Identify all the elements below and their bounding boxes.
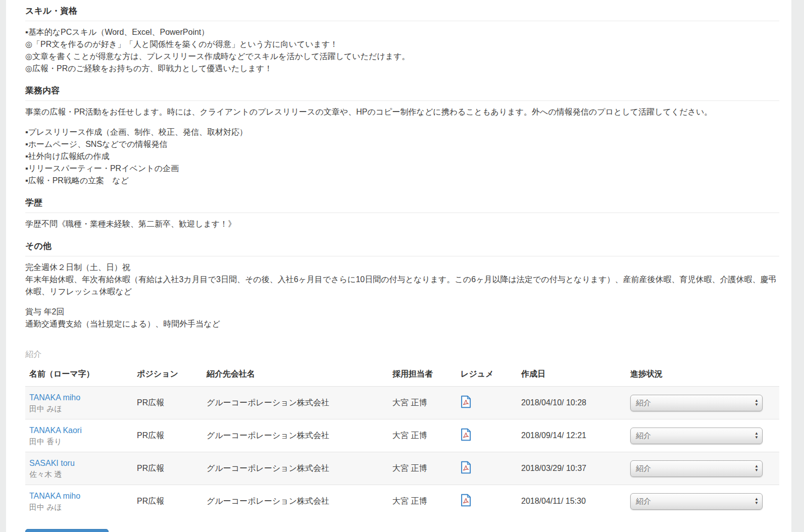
column-header-company: 紹介先会社名: [203, 363, 388, 387]
referrals-table-body: TANAKA miho 田中 みほ PR広報 グルーコーポレーション株式会社 大…: [25, 387, 779, 518]
created-date-cell: 2018/09/14/ 12:21: [517, 419, 626, 452]
text-line: ▪プレスリリース作成（企画、制作、校正、発信、取材対応）: [25, 126, 779, 138]
status-cell: 紹介 ▲▼: [626, 485, 779, 518]
status-cell: 紹介 ▲▼: [626, 387, 779, 419]
section-title-duties: 業務内容: [25, 83, 779, 101]
section-duties-body: 事業の広報・PR活動をお任せします。時には、クライアントのプレスリリースの文章や…: [25, 106, 779, 187]
table-row: TANAKA Kaori 田中 香り PR広報 グルーコーポレーション株式会社 …: [25, 419, 779, 452]
resume-pdf-link[interactable]: [461, 494, 471, 509]
pdf-file-icon: [461, 395, 471, 408]
text-line: 年末年始休暇、年次有給休暇（有給は入社3カ月目で3日間、その後、入社6ヶ月目でさ…: [25, 274, 779, 298]
candidate-name-kanji: 田中 みほ: [29, 403, 129, 414]
status-select-value: 紹介: [636, 398, 651, 408]
position-cell: PR広報: [133, 387, 203, 419]
created-date-cell: 2018/04/11/ 15:30: [517, 485, 626, 518]
created-date-cell: 2018/04/10/ 10:28: [517, 387, 626, 419]
status-select[interactable]: 紹介 ▲▼: [630, 460, 763, 477]
duties-task-list: ▪プレスリリース作成（企画、制作、校正、発信、取材対応） ▪ホームページ、SNS…: [25, 126, 779, 187]
position-cell: PR広報: [133, 419, 203, 452]
status-select[interactable]: 紹介 ▲▼: [630, 395, 763, 411]
resume-pdf-link[interactable]: [461, 428, 471, 443]
text-line: ◎広報・PRのご経験をお持ちの方、即戦力として優遇いたします！: [25, 63, 779, 75]
column-header-resume: レジュメ: [457, 363, 517, 387]
text-line: ◎文章を書くことが得意な方は、プレスリリース作成時などでスキルを活かして活躍して…: [25, 50, 779, 63]
referrals-table: 名前（ローマ字） ポジション 紹介先会社名 採用担当者 レジュメ 作成日 進捗状…: [25, 363, 779, 518]
resume-cell: [457, 485, 517, 518]
column-header-position: ポジション: [133, 363, 203, 387]
candidate-name-link[interactable]: SASAKI toru: [29, 458, 129, 469]
job-detail-card: スキル・資格 ▪基本的なPCスキル（Word、Excel、PowerPoint）…: [6, 0, 791, 532]
candidate-name-kanji: 田中 香り: [29, 436, 129, 447]
text-line: ▪ホームページ、SNSなどでの情報発信: [25, 138, 779, 150]
section-skills-body: ▪基本的なPCスキル（Word、Excel、PowerPoint） ◎「PR文を…: [25, 26, 779, 75]
column-header-created: 作成日: [517, 363, 626, 387]
resume-cell: [457, 452, 517, 485]
section-other-body: 完全週休２日制（土、日）祝 年末年始休暇、年次有給休暇（有給は入社3カ月目で3日…: [25, 261, 779, 330]
candidate-name-kanji: 田中 みほ: [29, 502, 129, 512]
other-holidays-paragraph: 完全週休２日制（土、日）祝 年末年始休暇、年次有給休暇（有給は入社3カ月目で3日…: [25, 261, 779, 298]
section-title-other: その他: [25, 238, 779, 256]
column-header-recruiter: 採用担当者: [388, 363, 457, 387]
company-cell: グルーコーポレーション株式会社: [203, 419, 388, 452]
text-line: ◎「PR文を作るのが好き」「人と関係性を築くのが得意」という方に向いています！: [25, 38, 779, 50]
text-line: 完全週休２日制（土、日）祝: [25, 261, 779, 274]
recruiter-cell: 大宮 正博: [388, 485, 457, 518]
duties-intro-paragraph: 事業の広報・PR活動をお任せします。時には、クライアントのプレスリリースの文章や…: [25, 106, 779, 118]
text-line: ▪広報・PR戦略の立案 など: [25, 175, 779, 187]
candidate-name-link[interactable]: TANAKA miho: [29, 491, 129, 502]
other-benefits-paragraph: 賞与 年2回 通勤交通費支給（当社規定による）、時間外手当など: [25, 306, 779, 330]
create-referral-button[interactable]: 新しい紹介を作成: [25, 529, 109, 532]
company-cell: グルーコーポレーション株式会社: [203, 387, 388, 419]
text-line: ▪社外向け広報紙の作成: [25, 150, 779, 163]
name-cell: TANAKA Kaori 田中 香り: [25, 419, 133, 452]
text-line: 学歴不問《職種・業種未経験、第二新卒、歓迎します！》: [25, 218, 779, 230]
referrals-section: 紹介 名前（ローマ字） ポジション 紹介先会社名 採用担当者 レジュメ 作成日 …: [25, 349, 779, 532]
status-select-value: 紹介: [636, 464, 651, 473]
table-row: SASAKI toru 佐々木 透 PR広報 グルーコーポレーション株式会社 大…: [25, 452, 779, 485]
candidate-name-link[interactable]: TANAKA miho: [29, 392, 129, 403]
text-line: ▪リリースパーティー・PRイベントの企画: [25, 163, 779, 175]
column-header-status: 進捗状況: [626, 363, 779, 387]
name-cell: TANAKA miho 田中 みほ: [25, 387, 133, 419]
section-title-skills: スキル・資格: [25, 3, 779, 21]
table-header-row: 名前（ローマ字） ポジション 紹介先会社名 採用担当者 レジュメ 作成日 進捗状…: [25, 363, 779, 387]
status-select-value: 紹介: [636, 431, 651, 441]
up-down-arrows-icon: ▲▼: [755, 461, 759, 476]
section-education-body: 学歴不問《職種・業種未経験、第二新卒、歓迎します！》: [25, 218, 779, 230]
column-header-name: 名前（ローマ字）: [25, 363, 133, 387]
status-select[interactable]: 紹介 ▲▼: [630, 493, 763, 510]
position-cell: PR広報: [133, 452, 203, 485]
text-line: ▪基本的なPCスキル（Word、Excel、PowerPoint）: [25, 26, 779, 38]
company-cell: グルーコーポレーション株式会社: [203, 485, 388, 518]
resume-cell: [457, 387, 517, 419]
up-down-arrows-icon: ▲▼: [755, 494, 759, 509]
up-down-arrows-icon: ▲▼: [755, 428, 759, 444]
company-cell: グルーコーポレーション株式会社: [203, 452, 388, 485]
resume-pdf-link[interactable]: [461, 461, 471, 476]
referrals-label: 紹介: [25, 349, 779, 360]
text-line: 通勤交通費支給（当社規定による）、時間外手当など: [25, 318, 779, 330]
text-line: 賞与 年2回: [25, 306, 779, 318]
resume-cell: [457, 419, 517, 452]
candidate-name-kanji: 佐々木 透: [29, 469, 129, 480]
recruiter-cell: 大宮 正博: [388, 387, 457, 419]
status-select[interactable]: 紹介 ▲▼: [630, 428, 763, 444]
pdf-file-icon: [461, 428, 471, 441]
up-down-arrows-icon: ▲▼: [755, 395, 759, 411]
name-cell: SASAKI toru 佐々木 透: [25, 452, 133, 485]
table-row: TANAKA miho 田中 みほ PR広報 グルーコーポレーション株式会社 大…: [25, 387, 779, 419]
resume-pdf-link[interactable]: [461, 395, 471, 410]
status-select-value: 紹介: [636, 497, 651, 506]
section-title-education: 学歴: [25, 195, 779, 213]
created-date-cell: 2018/03/29/ 10:37: [517, 452, 626, 485]
candidate-name-link[interactable]: TANAKA Kaori: [29, 425, 129, 436]
position-cell: PR広報: [133, 485, 203, 518]
status-cell: 紹介 ▲▼: [626, 452, 779, 485]
pdf-file-icon: [461, 461, 471, 474]
recruiter-cell: 大宮 正博: [388, 419, 457, 452]
status-cell: 紹介 ▲▼: [626, 419, 779, 452]
recruiter-cell: 大宮 正博: [388, 452, 457, 485]
table-row: TANAKA miho 田中 みほ PR広報 グルーコーポレーション株式会社 大…: [25, 485, 779, 518]
pdf-file-icon: [461, 494, 471, 507]
name-cell: TANAKA miho 田中 みほ: [25, 485, 133, 518]
